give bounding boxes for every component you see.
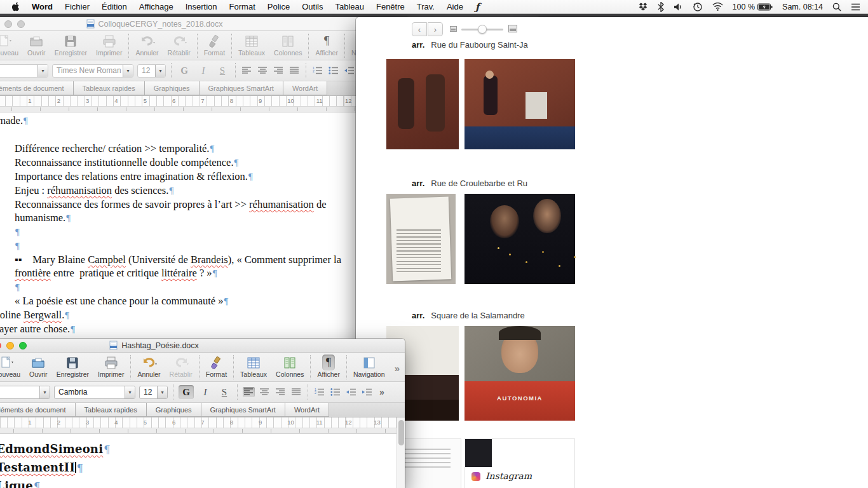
align-center-button[interactable] xyxy=(257,65,269,76)
italic-button[interactable]: I xyxy=(196,64,211,78)
increase-indent-button[interactable] xyxy=(361,387,373,397)
italic-button[interactable]: I xyxy=(198,385,213,399)
format-button[interactable]: Format xyxy=(200,33,229,57)
underline-button[interactable]: S xyxy=(217,385,232,399)
ribbon-tab[interactable]: WordArt xyxy=(285,403,329,417)
menu-item[interactable]: Fichier xyxy=(65,2,90,11)
menu-item[interactable]: Word xyxy=(32,2,53,11)
minimize-button[interactable] xyxy=(6,342,14,349)
horizontal-ruler[interactable]: 1234567891011121314 xyxy=(0,96,410,107)
photo-thumbnail[interactable] xyxy=(465,59,575,149)
traffic-lights[interactable] xyxy=(0,342,27,349)
tables-button[interactable]: Tableaux xyxy=(234,33,269,57)
menu-item[interactable]: Trav. xyxy=(417,2,435,11)
bold-button[interactable]: G xyxy=(179,385,194,399)
dropbox-menu-icon[interactable] xyxy=(638,2,648,12)
battery-status[interactable]: 100 % xyxy=(733,3,773,11)
navigation-button[interactable]: Navigation xyxy=(349,355,390,378)
numbered-list-button[interactable]: 12 xyxy=(311,65,323,76)
menu-item[interactable]: Outils xyxy=(302,2,323,11)
justify-button[interactable] xyxy=(288,65,301,76)
document-text-area[interactable]: Nomade.¶¶Différence recherche/ création … xyxy=(0,112,410,346)
columns-button[interactable]: Colonnes xyxy=(271,355,308,378)
bold-button[interactable]: G xyxy=(177,64,192,78)
font-size-dropdown[interactable]: 12▾ xyxy=(137,64,166,78)
numbered-list-button[interactable]: 12 xyxy=(313,387,325,397)
ribbon-tab[interactable]: Graphiques xyxy=(147,403,201,417)
underline-button[interactable]: S xyxy=(215,64,230,78)
menu-item[interactable]: Police xyxy=(268,2,290,11)
menu-item[interactable]: Édition xyxy=(102,2,127,11)
open-button[interactable]: Ouvrir xyxy=(25,355,52,378)
menu-item[interactable]: Fenêtre xyxy=(376,2,405,11)
open-button[interactable]: Ouvrir xyxy=(23,33,50,57)
decrease-indent-button[interactable] xyxy=(345,387,357,397)
notification-center-icon[interactable] xyxy=(851,3,860,11)
toolbar-overflow-chevron[interactable]: » xyxy=(395,363,405,374)
justify-button[interactable] xyxy=(290,387,302,397)
columns-button[interactable]: Colonnes xyxy=(269,33,306,57)
menu-item[interactable]: Aide xyxy=(447,2,463,11)
ribbon-tab[interactable]: Graphiques SmartArt xyxy=(201,403,285,417)
volume-menu-icon[interactable] xyxy=(674,3,683,11)
ribbon-tab[interactable]: Tableaux rapides xyxy=(74,81,145,95)
format-overflow-chevron[interactable]: » xyxy=(379,387,384,397)
format-button[interactable]: Format xyxy=(201,355,231,378)
photo-thumbnail[interactable] xyxy=(386,59,459,149)
style-dropdown[interactable]: ▾ xyxy=(0,386,50,399)
font-dropdown[interactable]: Cambria▾ xyxy=(54,386,135,399)
zoom-button[interactable] xyxy=(19,342,27,349)
photo-thumbnail[interactable]: Instagram xyxy=(465,438,575,488)
save-button[interactable]: Enregistrer xyxy=(50,33,92,57)
close-button[interactable] xyxy=(0,342,1,349)
new-document-button[interactable]: Nouveau xyxy=(0,33,23,57)
vertical-scrollbar[interactable] xyxy=(397,417,405,488)
titlebar[interactable]: Hashtag_Poésie.docx xyxy=(0,339,405,353)
minimize-button[interactable] xyxy=(4,20,12,28)
show-marks-button[interactable]: ¶Afficher xyxy=(313,355,344,378)
save-button[interactable]: Enregistrer xyxy=(52,355,93,378)
menu-clock[interactable]: Sam. 08:14 xyxy=(782,3,823,11)
align-center-button[interactable] xyxy=(259,387,271,397)
photo-thumbnail[interactable] xyxy=(465,194,575,284)
spotlight-search-icon[interactable] xyxy=(832,3,841,11)
align-right-button[interactable] xyxy=(275,387,287,397)
print-button[interactable]: Imprimer xyxy=(93,355,128,378)
new-document-button[interactable]: Nouveau xyxy=(0,355,25,378)
undo-button[interactable]: Annuler xyxy=(131,33,163,57)
tables-button[interactable]: Tableaux xyxy=(236,355,271,378)
zoom-button[interactable] xyxy=(17,20,25,28)
document-text-area[interactable]: #EdmondSimeoni¶#TestamentII¶#Ligue¶ xyxy=(0,434,405,488)
print-button[interactable]: Imprimer xyxy=(92,33,126,57)
font-size-dropdown[interactable]: 12▾ xyxy=(139,386,168,399)
redo-button[interactable]: Rétablir xyxy=(165,355,197,378)
undo-button[interactable]: Annuler xyxy=(133,355,165,378)
time-machine-menu-icon[interactable] xyxy=(693,2,703,12)
ribbon-tab[interactable]: Éléments de document xyxy=(0,403,76,417)
bluetooth-menu-icon[interactable] xyxy=(658,2,664,12)
show-marks-button[interactable]: ¶Afficher xyxy=(311,33,342,57)
photo-thumbnail[interactable]: AUTONOMIA xyxy=(465,326,575,421)
slider-thumb[interactable] xyxy=(478,25,487,34)
titlebar[interactable]: ColloqueCERGY_notes_2018.docx xyxy=(0,17,410,31)
horizontal-ruler[interactable]: 1234567891011121314 xyxy=(0,417,405,428)
ribbon-tab[interactable]: Graphiques SmartArt xyxy=(200,81,283,95)
photo-thumbnail[interactable] xyxy=(386,194,456,284)
apple-menu-icon[interactable] xyxy=(10,1,20,12)
bulleted-list-button[interactable] xyxy=(329,387,341,397)
wifi-menu-icon[interactable] xyxy=(712,3,723,11)
align-left-button[interactable] xyxy=(241,65,253,76)
bulleted-list-button[interactable] xyxy=(327,65,339,76)
menu-item[interactable]: Affichage xyxy=(139,2,173,11)
traffic-lights[interactable] xyxy=(0,20,25,28)
font-dropdown[interactable]: Times New Roman▾ xyxy=(52,64,133,78)
menu-item[interactable]: Tableau xyxy=(335,2,364,11)
align-left-button[interactable] xyxy=(243,387,255,397)
align-right-button[interactable] xyxy=(273,65,285,76)
ribbon-tab[interactable]: Graphiques xyxy=(145,81,200,95)
style-dropdown[interactable]: al (Web)▾ xyxy=(0,64,48,78)
menu-item[interactable]: Insertion xyxy=(186,2,217,11)
ribbon-tab[interactable]: Tableaux rapides xyxy=(76,403,147,417)
scrollbar-thumb[interactable] xyxy=(398,420,404,445)
ribbon-tab[interactable]: WordArt xyxy=(283,81,327,95)
